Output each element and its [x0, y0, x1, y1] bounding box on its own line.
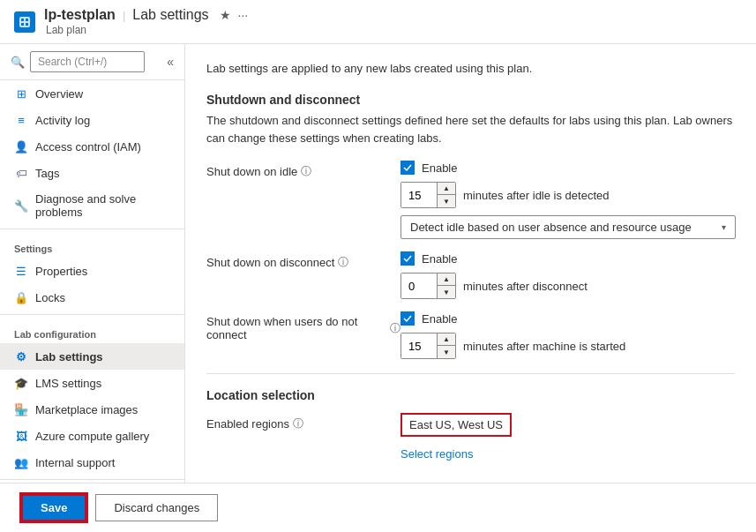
sidebar-item-label: Lab settings: [35, 350, 103, 363]
idle-minutes-label: minutes after idle is detected: [463, 189, 609, 202]
gallery-icon: 🖼: [14, 429, 28, 443]
idle-enable-checkbox[interactable]: [400, 161, 415, 175]
disconnect-minutes-stepper: ▲ ▼: [400, 273, 456, 299]
sidebar-item-lms-settings[interactable]: 🎓 LMS settings: [0, 370, 184, 396]
shut-down-no-connect-controls: Enable ▲ ▼ minutes after machine is star…: [400, 311, 625, 359]
regions-value-box: East US, West US: [400, 413, 512, 437]
disconnect-enable-row: Enable: [400, 251, 588, 266]
disconnect-enable-checkbox[interactable]: [400, 251, 415, 266]
shut-down-on-disconnect-label: Shut down on disconnect ⓘ: [206, 251, 400, 270]
disconnect-enable-label: Enable: [422, 252, 457, 266]
person-icon: 👤: [14, 139, 28, 154]
marketplace-icon: 🏪: [14, 402, 28, 416]
top-bar: lp-testplan | Lab settings ★ ··· Lab pla…: [0, 0, 756, 44]
sidebar-item-tags[interactable]: 🏷 Tags: [0, 160, 184, 186]
sidebar-item-locks[interactable]: 🔒 Locks: [0, 284, 184, 311]
sidebar-item-marketplace-images[interactable]: 🏪 Marketplace images: [0, 396, 184, 423]
idle-stepper-up[interactable]: ▲: [438, 183, 455, 195]
discard-changes-button[interactable]: Discard changes: [95, 494, 218, 521]
regions-value: East US, West US: [409, 418, 503, 431]
resource-type: Lab plan: [46, 24, 248, 36]
sidebar-item-label: Azure compute gallery: [35, 430, 149, 443]
page-title: Lab settings: [132, 7, 208, 23]
sidebar-item-access-control[interactable]: 👤 Access control (IAM): [0, 133, 184, 160]
idle-stepper-down[interactable]: ▼: [438, 195, 455, 207]
regions-info-icon[interactable]: ⓘ: [293, 416, 303, 431]
shut-down-no-connect-row: Shut down when users do not connect ⓘ En…: [206, 311, 735, 359]
sidebar-item-label: LMS settings: [35, 377, 101, 390]
enabled-regions-row: Enabled regions ⓘ East US, West US Selec…: [206, 413, 735, 461]
svg-rect-0: [19, 17, 30, 27]
log-icon: ≡: [14, 113, 28, 127]
support-icon: 👥: [14, 455, 28, 469]
enabled-regions-label: Enabled regions ⓘ: [206, 413, 400, 431]
idle-stepper-buttons: ▲ ▼: [437, 183, 455, 207]
disconnect-stepper-buttons: ▲ ▼: [437, 273, 455, 298]
no-connect-enable-row: Enable: [400, 311, 625, 326]
gear-icon: ⚙: [14, 349, 28, 363]
resource-name: lp-testplan: [44, 7, 116, 23]
no-connect-minutes-input[interactable]: [401, 333, 437, 358]
collapse-sidebar-button[interactable]: «: [167, 55, 174, 69]
sidebar-item-label: Marketplace images: [35, 403, 138, 416]
no-connect-info-icon[interactable]: ⓘ: [390, 321, 400, 336]
location-section: Location selection Enabled regions ⓘ Eas…: [206, 388, 735, 461]
sidebar-item-azure-compute-gallery[interactable]: 🖼 Azure compute gallery: [0, 423, 184, 449]
more-options-icon[interactable]: ···: [238, 8, 249, 22]
no-connect-minutes-row: ▲ ▼ minutes after machine is started: [400, 333, 625, 359]
sidebar-item-diagnose[interactable]: 🔧 Diagnose and solve problems: [0, 186, 184, 225]
favorite-icon[interactable]: ★: [220, 8, 231, 22]
svg-rect-1: [21, 19, 24, 21]
enabled-regions-content: East US, West US Select regions: [400, 413, 512, 461]
content-area: Lab settings are applied to any new labs…: [185, 44, 756, 483]
idle-detection-dropdown[interactable]: Detect idle based on user absence and re…: [400, 215, 736, 239]
search-input[interactable]: [30, 51, 145, 72]
sidebar-item-lab-settings[interactable]: ⚙ Lab settings: [0, 343, 184, 370]
sidebar-item-label: Diagnose and solve problems: [35, 192, 170, 219]
sidebar-item-label: Overview: [35, 87, 83, 101]
no-connect-stepper-down[interactable]: ▼: [438, 346, 455, 358]
dropdown-arrow-icon: ▾: [722, 222, 726, 232]
disconnect-minutes-row: ▲ ▼ minutes after disconnect: [400, 273, 588, 299]
svg-rect-4: [26, 23, 28, 26]
disconnect-minutes-label: minutes after disconnect: [463, 280, 588, 293]
tag-icon: 🏷: [14, 166, 28, 180]
idle-detection-value: Detect idle based on user absence and re…: [410, 221, 692, 234]
no-connect-enable-label: Enable: [422, 312, 457, 326]
idle-minutes-input[interactable]: [401, 183, 437, 207]
sidebar-divider-2: [0, 314, 184, 315]
no-connect-minutes-stepper: ▲ ▼: [400, 333, 456, 359]
no-connect-minutes-label: minutes after machine is started: [463, 340, 625, 353]
shut-down-on-idle-label: Shut down on idle ⓘ: [206, 161, 400, 179]
separator: |: [123, 9, 125, 22]
disconnect-minutes-input[interactable]: [401, 273, 437, 298]
wrench-icon: 🔧: [14, 199, 28, 213]
sidebar-item-overview[interactable]: ⊞ Overview: [0, 80, 184, 107]
idle-minutes-row: ▲ ▼ minutes after idle is detected: [400, 182, 736, 208]
sidebar-item-properties[interactable]: ☰ Properties: [0, 258, 184, 284]
shut-down-on-disconnect-row: Shut down on disconnect ⓘ Enable: [206, 251, 735, 299]
shut-down-on-idle-controls: Enable ▲ ▼ minutes after idle is detecte…: [400, 161, 736, 239]
disconnect-stepper-down[interactable]: ▼: [438, 286, 455, 298]
sidebar-item-label: Locks: [35, 291, 65, 304]
location-divider: [206, 373, 735, 374]
idle-info-icon[interactable]: ⓘ: [301, 164, 311, 179]
sidebar-item-activity-log[interactable]: ≡ Activity log: [0, 107, 184, 133]
lab-config-section-label: Lab configuration: [0, 318, 184, 343]
disconnect-info-icon[interactable]: ⓘ: [338, 255, 348, 270]
shutdown-section-description: The shutdown and disconnect settings def…: [206, 112, 735, 146]
shut-down-no-connect-label: Shut down when users do not connect ⓘ: [206, 311, 400, 341]
footer: Save Discard changes: [0, 483, 756, 532]
grid-icon: ⊞: [14, 86, 28, 101]
sidebar-item-internal-support[interactable]: 👥 Internal support: [0, 449, 184, 476]
idle-enable-row: Enable: [400, 161, 736, 175]
no-connect-enable-checkbox[interactable]: [400, 311, 415, 326]
shutdown-section-title: Shutdown and disconnect: [206, 93, 735, 107]
select-regions-link[interactable]: Select regions: [400, 447, 512, 461]
no-connect-stepper-up[interactable]: ▲: [438, 333, 455, 346]
bars-icon: ☰: [14, 264, 28, 278]
idle-minutes-stepper: ▲ ▼: [400, 182, 456, 208]
sidebar-item-label: Tags: [35, 167, 59, 180]
disconnect-stepper-up[interactable]: ▲: [438, 273, 455, 286]
save-button[interactable]: Save: [21, 494, 86, 521]
